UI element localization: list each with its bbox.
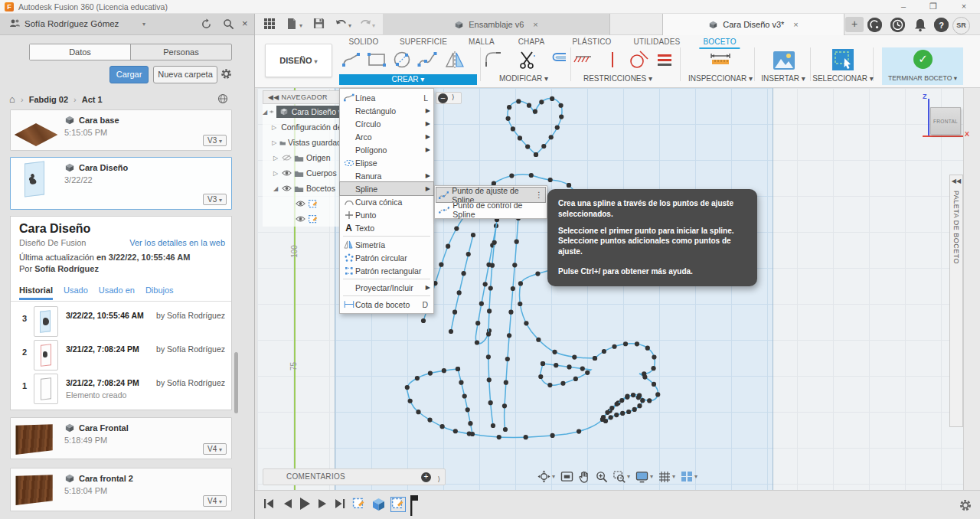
version-badge[interactable]: V3 ▾ [203,194,227,205]
grid-settings-icon[interactable]: ▾ [658,471,675,483]
item-card-cara-frontal[interactable]: Cara Frontal 5:18:49 PM V4 ▾ [10,417,232,459]
timeline-go-start-icon[interactable] [263,498,275,509]
panel-close-icon[interactable]: × [242,18,248,29]
browser-row-root[interactable]: ◢ Cara Diseño v3 [263,104,350,119]
ribbon-tab-chapa[interactable]: CHAPA [514,37,549,47]
home-icon[interactable]: ⌂ [9,93,15,105]
tab-personas[interactable]: Personas [131,44,231,60]
browser-row-named-views[interactable]: ▷ Vistas guardadas [263,135,350,150]
timeline-sketch-feature-active[interactable] [391,498,405,511]
finish-sketch-button[interactable]: ✓ TERMINAR BOCETO ▾ [882,47,963,85]
zoom-icon[interactable] [596,471,608,483]
spline-tool-icon[interactable] [417,50,437,70]
item-card-cara-frontal-2[interactable]: Cara frontal 2 5:18:04 PM V4 ▾ [10,468,232,511]
new-folder-button[interactable]: Nueva carpeta [153,66,217,83]
tab-historial[interactable]: Historial [19,286,53,300]
panel-scrollbar[interactable] [234,352,238,413]
trim-scissors-icon[interactable] [517,50,537,70]
timeline-position-marker[interactable] [408,495,419,516]
zoom-window-icon[interactable]: ▾ [613,471,630,483]
notifications-bell-icon[interactable] [913,18,927,32]
menu-item-simetria[interactable]: Simetría [340,238,433,251]
vertical-constraint-icon[interactable] [603,50,622,70]
undo-icon[interactable] [335,18,348,29]
item-card-cara-diseno[interactable]: Cara Diseño 3/22/22 V3 ▾ [10,157,232,210]
menu-item-rectangulo[interactable]: Rectángulo▶ [340,104,433,117]
pan-hand-icon[interactable] [579,471,590,483]
fillet-tool-icon[interactable] [484,50,504,70]
timeline-step-back-icon[interactable] [283,498,292,509]
collapsed-group-pill[interactable]: – ⟩ [436,92,462,104]
web-details-link[interactable]: Ver los detalles en la web [129,238,225,247]
eye-icon[interactable] [270,108,273,116]
add-comment-icon[interactable]: + [421,472,431,482]
menu-item-poligono[interactable]: Polígono▶ [340,143,433,156]
inspeccionar-group-button[interactable]: INSPECCIONAR ▾ [688,74,753,83]
maximize-icon[interactable]: ❐ [922,0,945,13]
menu-item-arco[interactable]: Arco▶ [340,130,433,143]
file-menu-icon[interactable] [286,18,297,30]
timeline-play-icon[interactable] [299,497,311,511]
menu-item-curva-conica[interactable]: Curva cónica [340,195,433,208]
tab-usado-en[interactable]: Usado en [99,286,135,300]
app-grid-icon[interactable] [263,18,276,30]
globe-icon[interactable] [217,93,228,104]
timeline-step-forward-icon[interactable] [318,498,328,509]
line-tool-icon[interactable] [341,50,361,70]
version-badge[interactable]: V3 ▾ [203,135,227,146]
eye-off-icon[interactable] [282,154,292,162]
circle-tool-icon[interactable] [392,50,412,70]
ribbon-tab-utilidades[interactable]: UTILIDADES [630,37,684,47]
close-icon[interactable]: × [952,0,975,13]
tab-dibujos[interactable]: Dibujos [145,286,174,300]
help-icon[interactable]: ? [934,18,949,32]
orbit-icon[interactable]: ▾ [537,470,555,483]
item-card-cara-base[interactable]: Cara base 5:15:05 PM V3 ▾ [10,109,232,151]
caret-down-icon[interactable]: ▾ [372,22,375,29]
tab-usado[interactable]: Usado [64,286,88,300]
browser-row-settings[interactable]: ▷ Configuración del documento [263,119,350,135]
browser-row-bodies[interactable]: ▷ Cuerpos [263,165,350,181]
browser-row-sketch-child[interactable] [263,211,350,227]
version-badge[interactable]: V4 ▾ [203,443,227,455]
insertar-group-button[interactable]: INSERTAR ▾ [761,74,805,83]
expanded-icon[interactable]: ◢ [263,109,267,116]
extensions-icon[interactable] [867,18,882,32]
avatar[interactable]: SR [952,17,970,34]
upload-button[interactable]: Cargar [109,66,149,83]
restricciones-group-button[interactable]: RESTRICCIONES ▾ [583,74,652,83]
ribbon-tab-superficie[interactable]: SUPERFICIE [396,37,451,47]
gear-icon[interactable] [220,68,232,80]
offset-tool-icon[interactable] [549,50,569,70]
expand-arrow-icon[interactable]: ⟩ [437,472,440,487]
look-at-icon[interactable] [560,471,573,482]
menu-item-circulo[interactable]: Círculo▶ [340,117,433,130]
redo-icon[interactable] [359,18,372,29]
eye-icon[interactable] [282,184,292,192]
ribbon-tab-solido[interactable]: SOLIDO [345,37,383,47]
viewcube[interactable]: FRONTAL [930,107,961,135]
browser-row-origin[interactable]: ▷ Origen [263,150,350,165]
timeline-go-end-icon[interactable] [335,498,346,509]
browser-row-sketches[interactable]: ◢ Bocetos [263,181,350,196]
minimize-icon[interactable]: – [892,0,915,13]
new-tab-button[interactable]: + [845,17,864,32]
breadcrumb-current[interactable]: Act 1 [82,95,103,104]
search-icon[interactable] [223,18,234,30]
fix-constraint-icon[interactable] [573,50,593,70]
menu-item-patron-circular[interactable]: Patrón circular [340,251,433,264]
menu-item-punto[interactable]: Punto [340,208,433,221]
collapsed-icon[interactable]: ▷ [272,139,277,146]
ribbon-tab-malla[interactable]: MALLA [465,37,498,47]
menu-item-texto[interactable]: A Texto [340,221,433,234]
crear-group-button[interactable]: CREAR ▾ [339,74,477,85]
comments-bar[interactable]: COMENTARIOS + ⟩ [263,468,446,485]
timeline-sketch-feature[interactable] [352,498,366,511]
history-row[interactable]: 3 3/22/22, 10:55:46 AM by Sofía Rodrígue… [11,305,231,338]
more-options-icon[interactable]: ⋮ [535,191,543,199]
job-status-clock-icon[interactable] [890,18,905,32]
equal-constraint-icon[interactable] [655,50,675,70]
select-tool-icon[interactable] [831,48,854,71]
eye-icon[interactable] [296,200,305,207]
seleccionar-group-button[interactable]: SELECCIONAR ▾ [812,74,874,83]
